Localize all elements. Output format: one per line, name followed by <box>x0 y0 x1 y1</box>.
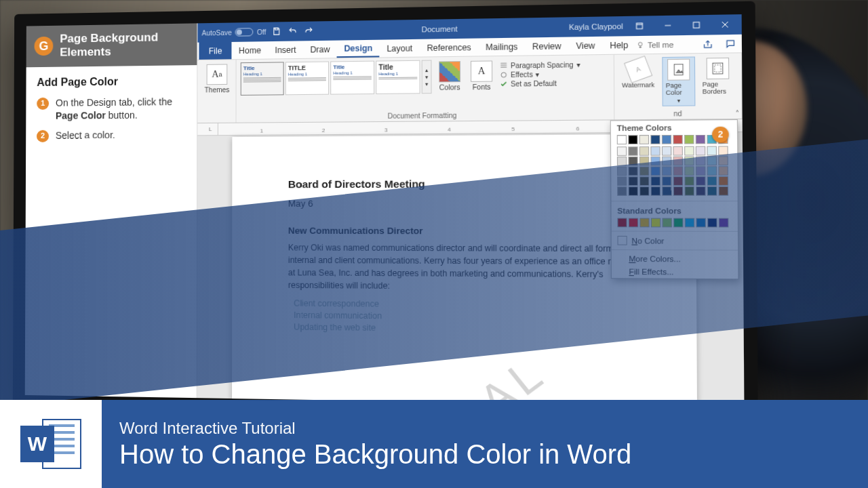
color-swatch[interactable] <box>662 218 671 228</box>
close-icon[interactable] <box>713 17 737 32</box>
color-swatch[interactable] <box>617 167 627 176</box>
color-swatch[interactable] <box>673 176 683 186</box>
undo-icon[interactable] <box>288 26 296 37</box>
set-default-button[interactable]: Set as Default <box>500 79 580 88</box>
color-swatch[interactable] <box>639 135 649 144</box>
color-swatch[interactable] <box>639 218 649 228</box>
color-swatch[interactable] <box>617 176 627 186</box>
color-swatch[interactable] <box>617 218 627 228</box>
redo-icon[interactable] <box>304 26 313 37</box>
tab-insert[interactable]: Insert <box>268 41 303 58</box>
collapse-ribbon-icon[interactable]: ˄ <box>736 109 740 117</box>
color-swatch[interactable] <box>684 135 694 144</box>
tab-review[interactable]: Review <box>525 37 568 56</box>
user-name[interactable]: Kayla Claypool <box>569 22 623 31</box>
color-swatch[interactable] <box>673 166 683 176</box>
color-swatch[interactable] <box>662 135 671 144</box>
color-swatch[interactable] <box>696 135 706 144</box>
color-swatch[interactable] <box>650 157 660 166</box>
color-swatch[interactable] <box>684 186 694 196</box>
color-swatch[interactable] <box>639 167 649 176</box>
tab-mailings[interactable]: Mailings <box>478 38 525 56</box>
share-icon[interactable] <box>696 35 719 53</box>
ribbon-display-icon[interactable] <box>627 19 651 34</box>
tab-home[interactable]: Home <box>232 41 268 59</box>
color-swatch[interactable] <box>684 146 694 156</box>
color-swatch[interactable] <box>629 176 638 186</box>
color-swatch[interactable] <box>639 176 649 186</box>
color-swatch[interactable] <box>707 218 717 228</box>
color-swatch[interactable] <box>696 166 706 176</box>
minimize-icon[interactable] <box>656 18 679 33</box>
color-swatch[interactable] <box>707 186 717 196</box>
gallery-more-button[interactable]: ▴▾▾ <box>422 60 432 94</box>
tab-design[interactable]: Design <box>337 40 380 58</box>
color-swatch[interactable] <box>629 186 638 196</box>
color-swatch[interactable] <box>707 146 717 155</box>
color-swatch[interactable] <box>651 176 660 186</box>
color-swatch[interactable] <box>639 186 649 196</box>
color-swatch[interactable] <box>617 186 627 196</box>
color-swatch[interactable] <box>696 218 706 228</box>
color-swatch[interactable] <box>662 157 671 166</box>
tab-draw[interactable]: Draw <box>303 41 337 58</box>
color-swatch[interactable] <box>718 176 728 186</box>
color-swatch[interactable] <box>650 167 660 176</box>
color-swatch[interactable] <box>696 146 706 156</box>
color-swatch[interactable] <box>662 176 671 186</box>
tab-file[interactable]: File <box>199 42 231 60</box>
color-swatch[interactable] <box>707 166 717 176</box>
color-swatch[interactable] <box>628 146 637 156</box>
tab-view[interactable]: View <box>568 37 602 55</box>
color-swatch[interactable] <box>673 157 683 166</box>
page-color-button[interactable]: Page Color▾ <box>662 56 695 106</box>
color-swatch[interactable] <box>629 218 638 228</box>
color-swatch[interactable] <box>662 146 671 156</box>
color-swatch[interactable] <box>639 146 649 156</box>
color-swatch[interactable] <box>673 146 682 156</box>
no-color-item[interactable]: No Color <box>612 234 738 248</box>
color-swatch[interactable] <box>673 186 683 196</box>
color-swatch[interactable] <box>639 157 649 166</box>
color-swatch[interactable] <box>696 176 706 186</box>
effects-button[interactable]: Effects ▾ <box>500 70 580 79</box>
color-swatch[interactable] <box>684 166 694 176</box>
more-colors-item[interactable]: More Colors... <box>612 252 738 266</box>
style-thumb[interactable]: Title Heading 1 <box>241 62 284 96</box>
page-borders-button[interactable]: Page Borders <box>699 56 736 97</box>
color-swatch[interactable] <box>719 186 729 196</box>
style-gallery[interactable]: Title Heading 1 TITLE Heading 1 Title <box>241 60 432 96</box>
color-swatch[interactable] <box>617 135 627 144</box>
color-swatch[interactable] <box>684 157 694 166</box>
style-thumb[interactable]: Title Heading 1 <box>330 61 374 95</box>
color-swatch[interactable] <box>718 146 728 155</box>
fonts-button[interactable]: A Fonts <box>468 59 496 92</box>
fill-effects-item[interactable]: Fill Effects... <box>612 265 738 279</box>
color-swatch[interactable] <box>617 157 627 166</box>
color-swatch[interactable] <box>650 135 660 144</box>
tell-me-search[interactable]: Tell me <box>635 35 673 54</box>
colors-button[interactable]: Colors <box>436 60 464 93</box>
tab-layout[interactable]: Layout <box>380 39 420 58</box>
color-swatch[interactable] <box>617 146 627 156</box>
color-swatch[interactable] <box>696 156 706 165</box>
color-swatch[interactable] <box>707 176 717 186</box>
color-swatch[interactable] <box>662 166 671 176</box>
comments-icon[interactable] <box>719 35 742 53</box>
watermark-button[interactable]: A Watermark <box>618 57 657 90</box>
style-thumb[interactable]: TITLE Heading 1 <box>285 61 329 95</box>
color-swatch[interactable] <box>651 218 660 228</box>
color-swatch[interactable] <box>673 218 683 228</box>
color-swatch[interactable] <box>673 135 682 144</box>
color-swatch[interactable] <box>628 167 637 176</box>
autosave-toggle[interactable]: AutoSave Off <box>202 28 267 37</box>
paragraph-spacing-button[interactable]: Paragraph Spacing ▾ <box>500 61 580 70</box>
color-swatch[interactable] <box>718 156 728 165</box>
color-swatch[interactable] <box>628 157 637 166</box>
color-swatch[interactable] <box>718 166 728 176</box>
color-swatch[interactable] <box>707 156 717 165</box>
color-swatch[interactable] <box>662 186 671 196</box>
color-swatch[interactable] <box>696 186 706 196</box>
themes-button[interactable]: Aa Themes <box>201 62 232 95</box>
color-swatch[interactable] <box>650 146 660 156</box>
